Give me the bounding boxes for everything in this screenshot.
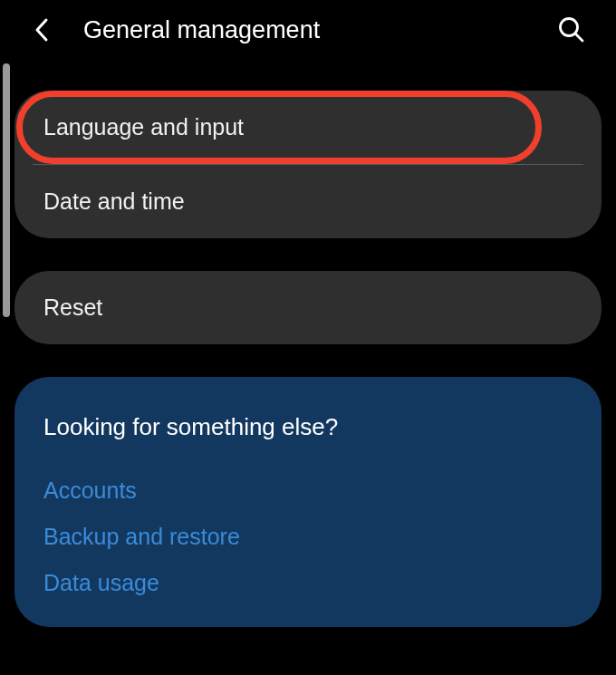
scroll-indicator — [3, 63, 10, 317]
header: General management — [0, 0, 616, 60]
data-usage-link[interactable]: Data usage — [43, 570, 573, 596]
looking-title: Looking for something else? — [43, 413, 573, 441]
date-and-time-item[interactable]: Date and time — [14, 165, 602, 238]
settings-group-2: Reset — [14, 271, 602, 344]
back-button[interactable] — [25, 11, 58, 49]
chevron-left-icon — [31, 16, 53, 43]
language-and-input-item[interactable]: Language and input — [14, 91, 602, 164]
settings-group-1: Language and input Date and time — [14, 91, 602, 238]
search-button[interactable] — [553, 11, 591, 49]
header-left: General management — [25, 11, 320, 49]
backup-and-restore-link[interactable]: Backup and restore — [43, 524, 573, 550]
svg-line-1 — [576, 34, 583, 42]
search-icon — [558, 16, 585, 43]
accounts-link[interactable]: Accounts — [43, 477, 573, 504]
reset-item[interactable]: Reset — [14, 271, 602, 344]
list-item-label: Language and input — [43, 114, 244, 140]
content: Language and input Date and time Reset L… — [0, 60, 616, 641]
list-item-label: Date and time — [43, 188, 185, 214]
link-label: Accounts — [43, 477, 137, 503]
looking-for-card: Looking for something else? Accounts Bac… — [14, 377, 602, 627]
link-label: Data usage — [43, 570, 159, 595]
link-label: Backup and restore — [43, 524, 240, 549]
page-title: General management — [83, 16, 320, 44]
list-item-label: Reset — [43, 294, 102, 320]
